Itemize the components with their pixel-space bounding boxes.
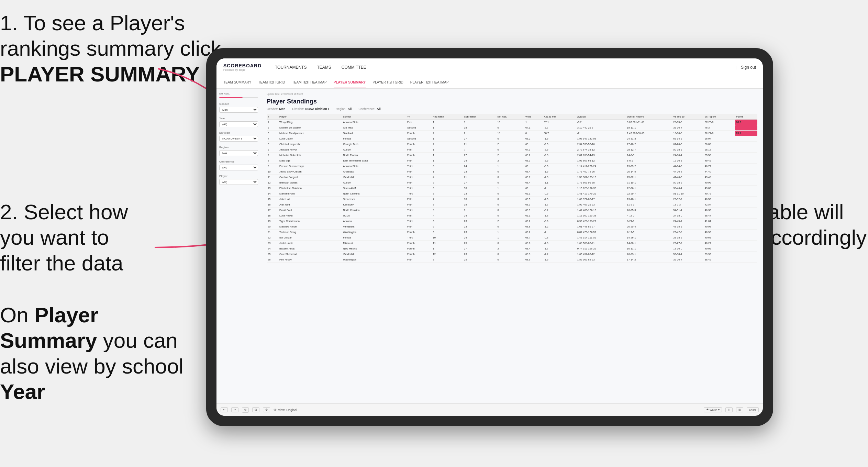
- table-row[interactable]: 5Christo LamprechtGeorgia TechFourth2212…: [267, 142, 757, 147]
- grid-button[interactable]: ⊞: [736, 407, 743, 412]
- col-reg-rank: Reg Rank: [432, 114, 463, 120]
- cell-17-1: Luke Powell: [278, 213, 342, 219]
- nav-tournaments[interactable]: TOURNAMENTS: [275, 65, 307, 70]
- cell-3-9: 1.98 547-142-98: [576, 136, 626, 142]
- sidebar-gender-label: Gender: [219, 102, 258, 105]
- cell-13-6: 0: [496, 191, 524, 197]
- table-row[interactable]: 16Alex GoffKentuckyFifth819068.3-1.71.92…: [267, 202, 757, 208]
- sidebar-region-select[interactable]: N/A: [219, 150, 258, 156]
- paste-button[interactable]: ⊞: [252, 407, 259, 412]
- cell-9-5: 23: [463, 169, 496, 175]
- cell-9-9: 1.73 400-72-26: [576, 169, 626, 175]
- sidebar-division-label: Division: [219, 131, 258, 134]
- table-row[interactable]: 24Bastien AmatNew MexicoFourth127268.4-1…: [267, 246, 757, 252]
- logo-area: SCOREBOARD Powered by dipps: [223, 63, 265, 71]
- table-row[interactable]: 15Jake HallTennesseeFifth718068.5-1.51.6…: [267, 197, 757, 202]
- sidebar-region-section: Region N/A: [219, 146, 258, 156]
- view-toggle[interactable]: 👁 View: Original: [274, 408, 297, 412]
- watch-button[interactable]: 👁 Watch ▾: [704, 407, 722, 412]
- cell-16-3: Third: [406, 208, 432, 213]
- table-row[interactable]: 6Jackson KoivunAuburnFirst17067.3-2.62.7…: [267, 147, 757, 153]
- table-row[interactable]: 19Tiger ChristensenArizonaThird523269.2-…: [267, 219, 757, 224]
- sidebar-player-select[interactable]: (All): [219, 179, 258, 185]
- nav-signout[interactable]: Sign out: [741, 65, 756, 70]
- sidebar-nords-slider[interactable]: [219, 97, 258, 98]
- sidebar: No Rds. Gender Men Year: [216, 89, 261, 403]
- cell-22-4: 11: [432, 241, 463, 246]
- cell-0-5: 1: [463, 120, 496, 125]
- cell-24-5: 23: [463, 252, 496, 257]
- cell-23-0: 24: [267, 246, 278, 252]
- cell-10-8: -1.3: [543, 175, 576, 180]
- table-row[interactable]: 8Mats EgeEast Tennessee StateFifth124268…: [267, 158, 757, 164]
- cell-7-10: 8-6-1: [626, 158, 672, 164]
- table-row[interactable]: 13Phichaksn MaichonTexas A&MThird630169-…: [267, 186, 757, 191]
- subnav-team-summary[interactable]: TEAM SUMMARY: [223, 77, 252, 88]
- table-row[interactable]: 10Jacob Skov OlesenArkansasFifth123068.4…: [267, 169, 757, 175]
- subnav-team-h2h-grid[interactable]: TEAM H2H GRID: [258, 77, 285, 88]
- cell-24-7: 68.3: [524, 252, 543, 257]
- table-row[interactable]: 20Matthew RiedelVanderbiltFifth623068.8-…: [267, 224, 757, 230]
- table-row[interactable]: 21Taehoon SongWashingtonFourth523169.2-1…: [267, 230, 757, 235]
- cell-19-4: 6: [432, 224, 463, 230]
- cell-9-12: 44.40: [704, 169, 735, 175]
- cell-5-8: -2.6: [543, 147, 576, 153]
- table-row[interactable]: 25Cole SherwoodVanderbiltFourth1223068.3…: [267, 252, 757, 257]
- table-row[interactable]: 9Preston SummerhaysArizona StateThird324…: [267, 164, 757, 169]
- cell-13-0: 14: [267, 191, 278, 197]
- cell-8-11: 44-64-6: [672, 164, 703, 169]
- nav-teams[interactable]: TEAMS: [317, 65, 331, 70]
- subnav-team-h2h-heatmap[interactable]: TEAM H2H HEATMAP: [292, 77, 327, 88]
- cell-9-2: Arkansas: [342, 169, 406, 175]
- redo-button[interactable]: ↪: [231, 407, 238, 412]
- table-row[interactable]: 14Maxwell FordNorth CarolinaThird723069.…: [267, 191, 757, 197]
- cell-22-8: -1.3: [543, 241, 576, 246]
- table-row[interactable]: 22Ian GilliganFloridaThird1024168.7-0.81…: [267, 235, 757, 241]
- subnav-player-h2h-heatmap[interactable]: PLAYER H2H HEATMAP: [410, 77, 449, 88]
- cell-0-0: 1: [267, 120, 278, 125]
- cell-17-5: 24: [463, 213, 496, 219]
- share-button[interactable]: Share: [747, 407, 759, 412]
- cell-19-3: Fifth: [406, 224, 432, 230]
- cell-16-9: 1.47 406-172-16: [576, 208, 626, 213]
- cell-19-9: 1.61 448-85-27: [576, 224, 626, 230]
- table-row[interactable]: 23Jack LundinMissouriFourth1125068.6-1.3…: [267, 241, 757, 246]
- subnav-player-summary[interactable]: PLAYER SUMMARY: [334, 77, 366, 88]
- table-row[interactable]: 4Luke ClatonFloridaSecond127068.2-1.61.9…: [267, 136, 757, 142]
- cell-0-2: Arizona State: [342, 120, 406, 125]
- cell-0-8: 67.1: [543, 120, 576, 125]
- copy-button[interactable]: ⧉: [242, 407, 249, 413]
- cell-21-12: 40.69: [704, 235, 735, 241]
- cell-23-7: 68.4: [524, 246, 543, 252]
- table-row[interactable]: 7Nicholas GabrelcikNorth FloridaFourth12…: [267, 153, 757, 158]
- table-row[interactable]: 18Luke PowellUCLAFirst424069.1-1.81.13 5…: [267, 213, 757, 219]
- table-row[interactable]: 17David FordNorth CarolinaThird90068.9-0…: [267, 208, 757, 213]
- table-row[interactable]: 2Michael Le SassexOle MissSecond118067.1…: [267, 125, 757, 131]
- nav-committee[interactable]: COMMITTEE: [342, 65, 366, 70]
- sidebar-gender-select[interactable]: Men: [219, 107, 258, 113]
- cell-22-11: 26-27-2: [672, 241, 703, 246]
- cell-25-8: -1.6: [543, 257, 576, 263]
- export-button[interactable]: ⬆: [725, 407, 733, 412]
- sidebar-conference-select[interactable]: (All): [219, 165, 258, 170]
- cell-13-3: Third: [406, 191, 432, 197]
- cell-14-6: 0: [496, 197, 524, 202]
- cell-24-3: Fourth: [406, 252, 432, 257]
- table-row[interactable]: 3Michael ThorbjornsenStanfordFourth22180…: [267, 131, 757, 136]
- cell-1-2: Ole Miss: [342, 125, 406, 131]
- cell-22-0: 23: [267, 241, 278, 246]
- sidebar-division-select[interactable]: NCAA Division I: [219, 136, 258, 142]
- subnav-player-h2h-grid[interactable]: PLAYER H2H GRID: [373, 77, 403, 88]
- table-row[interactable]: 12Brendan ValdesAuburnFifth527068.4-1.11…: [267, 180, 757, 186]
- sidebar-year-select[interactable]: (All): [219, 121, 258, 127]
- undo-button[interactable]: ↩: [221, 407, 228, 412]
- cell-23-10: 10-11-1: [626, 246, 672, 252]
- col-yr: Yr: [406, 114, 432, 120]
- settings-button[interactable]: ⚙: [263, 407, 270, 412]
- table-row[interactable]: 1Wenyi DingArizona StateFirst1115167.1-3…: [267, 120, 757, 125]
- cell-14-0: 15: [267, 197, 278, 202]
- tablet-device: SCOREBOARD Powered by dipps TOURNAMENTS …: [206, 48, 773, 426]
- table-row[interactable]: 26Petr HrubyWashingtonFifth725068.6-1.61…: [267, 257, 757, 263]
- table-row[interactable]: 11Gordon SargentVanderbiltThird421068.7-…: [267, 175, 757, 180]
- cell-15-6: 0: [496, 202, 524, 208]
